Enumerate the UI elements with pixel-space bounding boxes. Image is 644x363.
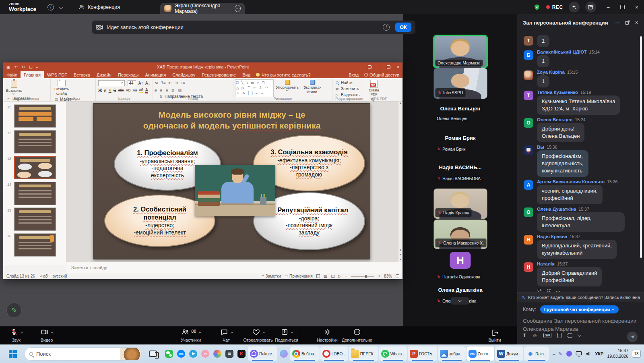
chat-more-icon[interactable]: ⋯ <box>614 19 620 26</box>
scroll-up-icon[interactable]: ▲ <box>399 102 402 104</box>
save-icon[interactable]: ▣ <box>6 65 10 69</box>
ppt-menu-tab-8[interactable]: Слайд-шоу <box>169 71 198 78</box>
zoom-in-icon[interactable]: + <box>378 274 380 278</box>
justify-icon[interactable]: ≣ <box>171 88 175 93</box>
taskbar-app-kmplayer[interactable]: K <box>236 346 247 361</box>
more-actions-icon[interactable]: ⋯ <box>555 288 560 293</box>
slide-canvas[interactable]: Модель високого рівня іміджу – це одноча… <box>93 103 370 259</box>
toolbar-more[interactable]: Дополнительно <box>342 328 372 342</box>
taskbar-app-word[interactable]: WДокум... <box>495 346 523 361</box>
chevron-up-icon[interactable] <box>51 332 54 334</box>
slide-sorter-view-icon[interactable]: ▦ <box>324 274 327 278</box>
zoom-out-icon[interactable]: − <box>345 274 347 278</box>
viber-tray-icon[interactable] <box>566 351 572 357</box>
chevron-up-icon[interactable] <box>230 332 233 334</box>
taskbar-app-whatsapp[interactable]: Whats... <box>379 346 407 361</box>
start-button[interactable] <box>9 350 17 358</box>
slide-thumbnail-14[interactable] <box>14 182 56 205</box>
taskbar-app-snip[interactable]: ✂ <box>200 346 211 361</box>
ppt-minimize-button[interactable]: − <box>378 65 380 69</box>
create-pdf-button[interactable]: Create PDF <box>368 79 380 97</box>
redo-icon[interactable]: ↻ <box>22 65 25 69</box>
chat-bubble[interactable]: Добрий день! Олена Вельцен <box>537 123 584 142</box>
chat-bubble[interactable]: чесний, справедливий, професійний <box>537 185 603 204</box>
chat-bubble[interactable]: Кузьменко Тетяна Миколаївна ЗДО 124, м. … <box>537 95 620 115</box>
numbering-icon[interactable]: 1≡ <box>161 81 165 85</box>
taskbar-app-palette[interactable] <box>212 346 223 361</box>
more-input-options-icon[interactable] <box>577 333 581 337</box>
pop-out-icon[interactable] <box>625 20 630 25</box>
taskbar-clock[interactable]: 15:37 19.03.2026 <box>607 348 628 359</box>
change-case-button[interactable]: Аа <box>132 88 137 92</box>
slide-thumbnail-13[interactable] <box>14 156 56 179</box>
toolbar-participants[interactable]: 88Участники <box>181 328 201 342</box>
undo-icon[interactable]: ↶ <box>14 65 17 69</box>
ribbon-display-icon[interactable] <box>368 65 372 69</box>
security-shield-icon[interactable] <box>533 4 541 11</box>
chevron-up-icon[interactable] <box>291 332 293 334</box>
scroll-down-icon[interactable]: ▼ <box>399 258 402 261</box>
notes-toggle[interactable]: ≡ Заметки <box>262 274 281 278</box>
notification-count-badge[interactable]: 13 <box>632 350 641 358</box>
font-size-combobox[interactable]: 44 <box>128 80 136 86</box>
keyboard-language[interactable]: УКР <box>595 351 604 356</box>
slide-thumbnail-12[interactable] <box>14 130 56 153</box>
ppt-menu-tab-4[interactable]: Вставка <box>70 71 93 78</box>
slide-scrollbar[interactable]: ▲ ▲ ▼ ▼ <box>398 102 402 262</box>
info-icon[interactable]: i <box>383 24 390 31</box>
taskbar-app-viber[interactable]: Rakute... <box>248 346 277 361</box>
ppt-menu-tab-10[interactable]: Вид <box>239 71 254 78</box>
paste-button[interactable]: Вставить <box>5 79 23 95</box>
grow-font-icon[interactable]: А↑ <box>138 81 143 85</box>
ppt-close-button[interactable]: × <box>397 65 399 69</box>
attach-file-icon[interactable] <box>557 333 561 338</box>
align-left-icon[interactable]: ≡ <box>155 88 157 93</box>
find-button[interactable]: Найти <box>335 80 359 85</box>
toolbar-leave[interactable]: Выйти <box>488 328 501 342</box>
shadow-button[interactable]: abc <box>118 88 124 92</box>
participant-tile[interactable]: InterSSPU <box>433 68 487 99</box>
speaker-tray-icon[interactable] <box>586 351 592 357</box>
taskbar-app-opera[interactable]: LOBO... <box>320 346 348 361</box>
ppt-menu-tab-9[interactable]: Рецензирование <box>198 71 239 78</box>
chat-privacy-notice[interactable]: Кто может видеть ваши сообщения? Запись … <box>517 293 644 302</box>
slide-thumbnail-16[interactable] <box>14 233 56 257</box>
participant-tile[interactable]: Надія ВАСИНЬ...Надія ВАСИНЬОВА <box>433 163 487 188</box>
participant-tile[interactable]: Олександра Мармаза <box>433 35 487 68</box>
minimize-button[interactable]: − <box>607 4 610 10</box>
tab-shared-screen[interactable]: Экран (Олександра Мармаза) ⋯ <box>160 3 245 14</box>
qat-customize-icon[interactable] <box>37 65 38 69</box>
decrease-indent-icon[interactable]: ⇤ <box>169 81 172 85</box>
arrange-button[interactable]: Упорядочить <box>275 79 300 92</box>
tab-more-icon[interactable]: ⋯ <box>235 5 241 12</box>
close-button[interactable]: × <box>635 4 638 10</box>
normal-view-icon[interactable] <box>316 274 320 278</box>
character-spacing-button[interactable]: АВ <box>126 88 130 92</box>
spellcheck-icon[interactable]: ✓аб <box>40 274 48 278</box>
comments-toggle[interactable]: ▭ Примечания <box>285 274 313 278</box>
ai-companion-icon[interactable] <box>569 2 580 12</box>
replace-button[interactable]: ⇄Заменить <box>335 86 359 91</box>
new-slide-button[interactable]: Создать слайд <box>52 79 71 96</box>
toolbar-share[interactable]: Поделиться <box>275 328 298 342</box>
ppt-menu-tab-3[interactable]: WPS PDF <box>44 71 70 78</box>
taskbar-app-folder[interactable]: ПЕРЕК... <box>349 346 378 361</box>
language-indicator[interactable]: русский <box>52 274 67 278</box>
chevron-up-icon[interactable] <box>198 332 201 334</box>
zoom-percentage[interactable]: 83% <box>384 274 392 278</box>
display-tray-icon[interactable] <box>576 351 582 357</box>
next-slide-icon[interactable]: ▼ <box>399 253 402 256</box>
send-message-button[interactable] <box>627 332 638 342</box>
maximize-button[interactable] <box>620 5 625 9</box>
quick-styles-button[interactable]: Экспресс-стили <box>301 79 324 94</box>
chat-bubble[interactable]: 1 <box>537 75 549 87</box>
bold-button[interactable]: Ж <box>98 88 102 93</box>
tray-expand-icon[interactable] <box>552 350 555 357</box>
slideshow-icon[interactable]: ⊡ <box>29 65 32 69</box>
previous-slide-icon[interactable]: ▲ <box>399 248 402 251</box>
slide-thumbnail-15[interactable] <box>14 207 56 231</box>
tell-me-box[interactable]: Что вы хотите сделать? <box>256 73 311 77</box>
info-icon[interactable]: i <box>47 4 54 10</box>
font-name-combobox[interactable] <box>98 80 125 86</box>
taskbar-app-telegram[interactable] <box>188 346 199 361</box>
